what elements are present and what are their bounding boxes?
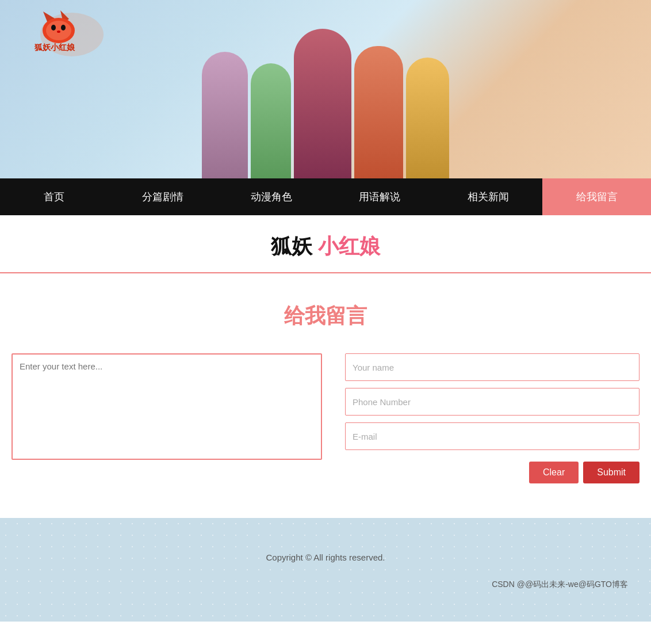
button-row: Clear Submit [345, 462, 639, 483]
page-title-prefix: 狐妖 [271, 234, 312, 258]
email-input[interactable] [345, 422, 639, 450]
clear-button[interactable]: Clear [529, 462, 579, 483]
section-title: 给我留言 [0, 273, 651, 353]
right-inputs: Clear Submit [345, 353, 639, 483]
nav-item-episodes[interactable]: 分篇剧情 [109, 178, 217, 215]
char-1 [202, 52, 248, 178]
nav-item-message[interactable]: 给我留言 [542, 178, 651, 215]
char-2 [251, 63, 291, 178]
page-title-suffix: 小红娘 [318, 234, 380, 258]
textarea-area [12, 353, 322, 462]
name-input[interactable] [345, 353, 639, 381]
page-title-area: 狐妖 小红娘 [0, 215, 651, 273]
nav-item-news[interactable]: 相关新闻 [434, 178, 543, 215]
char-4 [354, 46, 403, 178]
banner: 狐妖小红娘 [0, 0, 651, 178]
footer-copyright: Copyright © All rights reserved. [12, 541, 639, 562]
nav-item-characters[interactable]: 动漫角色 [217, 178, 326, 215]
footer-csdn: CSDN @@码出未来-we@码GTO博客 [12, 580, 639, 590]
submit-button[interactable]: Submit [583, 462, 639, 483]
char-5 [406, 58, 449, 178]
nav-item-home[interactable]: 首页 [0, 178, 109, 215]
footer: Copyright © All rights reserved. CSDN @@… [0, 518, 651, 622]
phone-input[interactable] [345, 388, 639, 416]
message-textarea[interactable] [12, 353, 322, 460]
char-3 [294, 29, 351, 178]
form-area: Clear Submit [0, 353, 651, 518]
navigation: 首页 分篇剧情 动漫角色 用语解说 相关新闻 给我留言 [0, 178, 651, 215]
banner-characters [0, 3, 651, 178]
page-title: 狐妖 小红娘 [0, 233, 651, 261]
nav-item-glossary[interactable]: 用语解说 [326, 178, 434, 215]
